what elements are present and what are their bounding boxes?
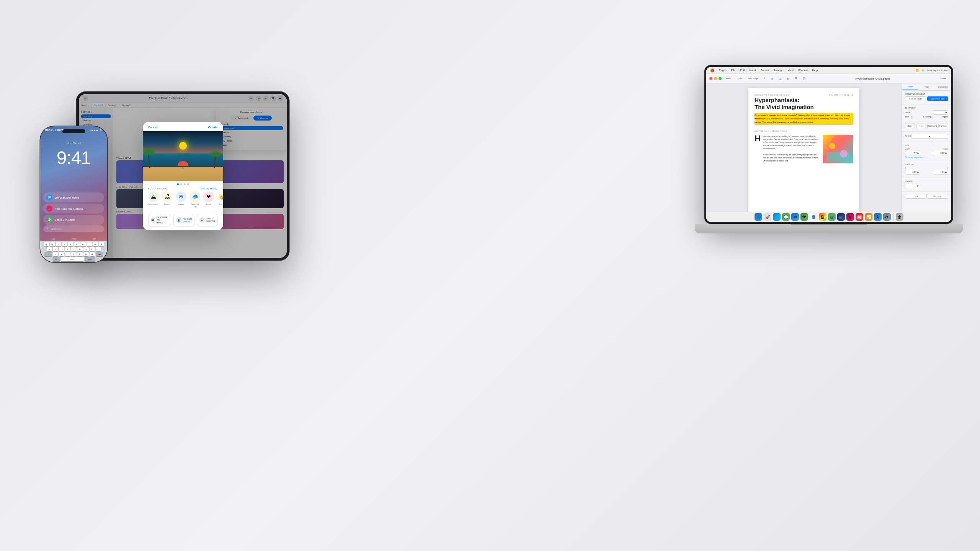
- text-wrap-value[interactable]: ■: [933, 110, 948, 115]
- key-r[interactable]: R: [62, 242, 67, 246]
- pages-comment-btn[interactable]: 💬: [801, 77, 807, 81]
- chip-beach[interactable]: 🏖 Beach: [162, 191, 173, 208]
- dock-tv[interactable]: 📺: [837, 213, 845, 221]
- key-d[interactable]: D: [59, 247, 64, 251]
- key-h[interactable]: H: [77, 247, 83, 251]
- ungroup-btn[interactable]: Ungroup: [927, 194, 949, 199]
- pages-view-btn[interactable]: View: [724, 77, 733, 81]
- key-w[interactable]: W: [50, 242, 55, 246]
- key-a[interactable]: A: [47, 247, 52, 251]
- forward-btn[interactable]: Forward: [938, 124, 948, 128]
- key-s[interactable]: S: [53, 247, 58, 251]
- menubar-format[interactable]: Format: [761, 69, 769, 72]
- dock-music[interactable]: ♫: [846, 213, 854, 221]
- key-t[interactable]: T: [68, 242, 74, 246]
- siri-suggestion-music[interactable]: ♫ Play Road Trip Classics: [43, 204, 104, 214]
- dock-numbers[interactable]: 📊: [865, 213, 872, 221]
- modal-dot-4[interactable]: [187, 183, 189, 185]
- pages-media-btn[interactable]: 🖼: [793, 77, 799, 81]
- chip-winter[interactable]: ❄ Winter: [176, 191, 186, 208]
- backward-btn[interactable]: Backward: [927, 124, 937, 128]
- dock-mail[interactable]: ✉: [791, 213, 799, 221]
- lock-btn[interactable]: Lock: [905, 194, 927, 199]
- right-panel-tab-document[interactable]: Document: [935, 83, 951, 90]
- dock-messages[interactable]: 💬: [782, 213, 790, 221]
- y-input[interactable]: 1.89 in: [933, 170, 948, 174]
- key-p[interactable]: P: [99, 242, 104, 246]
- key-c[interactable]: C: [65, 252, 70, 256]
- maximize-window-btn[interactable]: [719, 77, 722, 80]
- show-more-btn[interactable]: SHOW MORE: [201, 187, 218, 190]
- key-123[interactable]: 123: [52, 257, 60, 261]
- key-shift[interactable]: ⇧: [44, 252, 52, 256]
- pages-zoom-btn[interactable]: 100%: [735, 77, 744, 81]
- pages-text-btn[interactable]: T: [762, 77, 768, 81]
- menubar-file[interactable]: File: [731, 69, 735, 72]
- key-l[interactable]: L: [96, 247, 101, 251]
- dock-finder[interactable]: 🔵: [755, 213, 762, 221]
- move-with-text-btn[interactable]: Move with Text: [927, 96, 948, 101]
- dock-safari[interactable]: 🌐: [773, 213, 781, 221]
- key-return[interactable]: return: [85, 257, 95, 261]
- modal-dot-1[interactable]: [177, 183, 179, 185]
- key-z[interactable]: Z: [53, 252, 58, 256]
- modal-dot-2[interactable]: [180, 183, 182, 185]
- dock-photos[interactable]: 🖼: [819, 213, 826, 221]
- style-sketch-btn[interactable]: ✏ STYLE SKETCH: [197, 214, 218, 227]
- siri-suggestion-directions[interactable]: 🗺 Get directions Home: [43, 192, 104, 202]
- pages-addpage-btn[interactable]: Add Page: [746, 77, 760, 81]
- pages-share-btn[interactable]: Share: [938, 77, 948, 80]
- menubar-help[interactable]: Help: [812, 69, 818, 72]
- person-choose-btn[interactable]: 👤 PERSON CHOOSE...: [173, 214, 194, 227]
- stay-on-page-btn[interactable]: Stay on Page: [905, 96, 926, 101]
- key-g[interactable]: G: [71, 247, 77, 251]
- close-window-btn[interactable]: [709, 77, 712, 80]
- constrain-proportions[interactable]: Constrain proportions: [905, 156, 948, 158]
- apple-logo-icon[interactable]: 🍎: [710, 68, 714, 72]
- describe-image-btn[interactable]: 🖼 DESCRIBE AN IMAGE: [148, 214, 171, 227]
- chip-mountains[interactable]: ⛰ Mountains: [148, 191, 159, 208]
- height-input[interactable]: 3.32 in: [933, 151, 948, 155]
- dock-contacts[interactable]: 👤: [810, 213, 817, 221]
- menubar-pages[interactable]: Pages: [719, 69, 727, 72]
- key-e[interactable]: E: [56, 242, 61, 246]
- key-space[interactable]: space: [61, 257, 84, 261]
- back-btn[interactable]: Back: [905, 124, 915, 128]
- align-value[interactable]: ■: [911, 134, 948, 139]
- width-input[interactable]: 7.7 in: [905, 151, 920, 155]
- angle-input[interactable]: 0°: [905, 184, 920, 188]
- right-panel-tab-style[interactable]: Style: [902, 83, 918, 90]
- dock-maps[interactable]: 🗺: [800, 213, 808, 221]
- menubar-insert[interactable]: Insert: [749, 69, 756, 72]
- key-y[interactable]: Y: [74, 242, 80, 246]
- key-q[interactable]: Q: [44, 242, 49, 246]
- key-delete[interactable]: ⌫: [96, 252, 103, 256]
- dock-news[interactable]: 📰: [856, 213, 863, 221]
- pages-shape-btn[interactable]: ◆: [785, 77, 791, 81]
- menubar-arrange[interactable]: Arrange: [774, 69, 783, 72]
- chip-baseball[interactable]: 🧢 Baseball Cap: [189, 191, 200, 208]
- iphone-search-bar[interactable]: 🔍 Ask Siri...: [43, 225, 104, 232]
- key-v[interactable]: V: [71, 252, 77, 256]
- dock-facetime[interactable]: 📹: [828, 213, 836, 221]
- x-input[interactable]: 0.22 in: [905, 170, 920, 174]
- key-f[interactable]: F: [65, 247, 70, 251]
- menubar-window[interactable]: Window: [798, 69, 808, 72]
- ipad-modal-create-btn[interactable]: Create: [208, 126, 218, 129]
- key-k[interactable]: K: [90, 247, 95, 251]
- siri-suggestion-eta[interactable]: 💬 Share ETA Chad: [43, 215, 104, 225]
- right-panel-tab-text[interactable]: Text: [918, 83, 935, 90]
- chip-love[interactable]: ❤ Love: [203, 191, 214, 208]
- menubar-view[interactable]: View: [788, 69, 794, 72]
- dock-appstore[interactable]: A: [874, 213, 882, 221]
- key-j[interactable]: J: [83, 247, 89, 251]
- dock-launchpad[interactable]: 🚀: [764, 213, 771, 221]
- menubar-edit[interactable]: Edit: [740, 69, 745, 72]
- key-m[interactable]: M: [90, 252, 95, 256]
- ipad-modal-cancel-btn[interactable]: Cancel: [148, 126, 158, 129]
- front-btn[interactable]: Front: [916, 124, 926, 128]
- dock-trash[interactable]: 🗑: [896, 213, 903, 221]
- minimize-window-btn[interactable]: [714, 77, 717, 80]
- modal-dot-3[interactable]: [184, 183, 186, 185]
- key-u[interactable]: U: [80, 242, 86, 246]
